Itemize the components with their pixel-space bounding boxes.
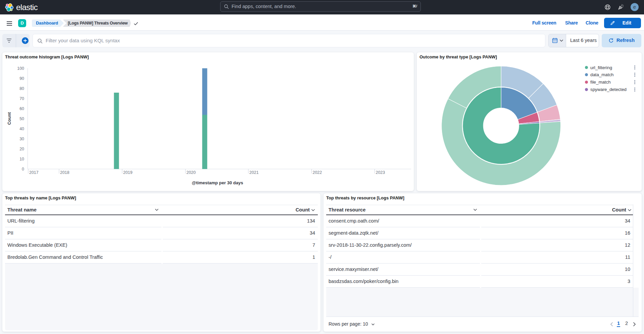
svg-text:20: 20 xyxy=(19,147,24,151)
svg-text:2018: 2018 xyxy=(60,170,69,175)
svg-text:2021: 2021 xyxy=(249,170,259,175)
svg-text:Count: Count xyxy=(7,112,12,125)
svg-text:0: 0 xyxy=(22,167,24,172)
svg-text:50: 50 xyxy=(19,116,24,121)
svg-text:spyware_detected: spyware_detected xyxy=(590,87,627,92)
svg-text:100: 100 xyxy=(17,66,24,71)
svg-text:10: 10 xyxy=(19,157,24,161)
svg-text:file_match: file_match xyxy=(590,80,611,85)
svg-text:@timestamp per 30 days: @timestamp per 30 days xyxy=(192,180,243,185)
svg-text:70: 70 xyxy=(19,96,24,101)
svg-text:2019: 2019 xyxy=(123,170,133,175)
svg-text:60: 60 xyxy=(19,106,24,111)
svg-text:80: 80 xyxy=(19,86,24,91)
svg-text:2023: 2023 xyxy=(376,170,385,175)
svg-text:2017: 2017 xyxy=(29,170,39,175)
svg-text:2020: 2020 xyxy=(187,170,196,175)
svg-text:2022: 2022 xyxy=(313,170,322,175)
svg-text:url_filtering: url_filtering xyxy=(590,65,612,70)
svg-text:40: 40 xyxy=(19,127,24,131)
svg-text:data_match: data_match xyxy=(590,72,613,77)
svg-text:30: 30 xyxy=(19,137,24,141)
svg-text:90: 90 xyxy=(19,76,24,81)
